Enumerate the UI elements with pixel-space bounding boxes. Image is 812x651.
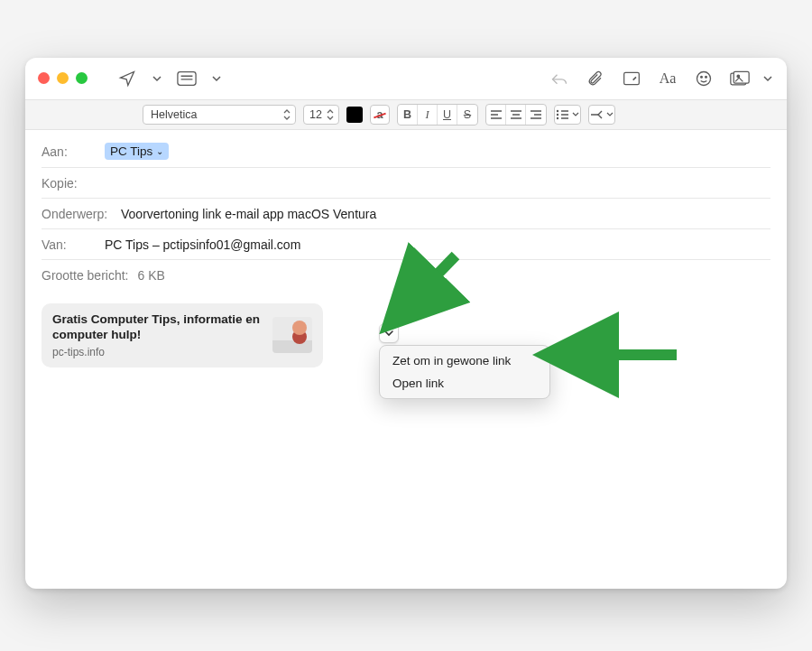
minimize-window-button[interactable] <box>57 72 69 84</box>
subject-value: Voorvertoning link e-mail app macOS Vent… <box>121 207 376 221</box>
chevron-down-icon <box>383 328 394 339</box>
from-label: Van: <box>42 237 96 252</box>
font-family-select[interactable]: Helvetica <box>143 105 296 125</box>
underline-button[interactable]: U <box>438 105 457 125</box>
subject-label: Onderwerp: <box>42 207 112 221</box>
list-button[interactable] <box>554 105 581 125</box>
zoom-window-button[interactable] <box>76 72 88 84</box>
close-window-button[interactable] <box>38 72 50 84</box>
select-chevron-icon <box>326 109 335 120</box>
select-chevron-icon <box>282 109 291 120</box>
svg-point-4 <box>697 71 711 85</box>
align-left-button[interactable] <box>486 105 506 125</box>
to-label: Aan: <box>42 144 96 159</box>
text-style-group: B I U S <box>397 104 478 126</box>
chevron-down-icon: ⌄ <box>156 146 163 156</box>
format-bar: Helvetica 12 a B I U S <box>25 99 787 130</box>
photo-browser-dropdown-icon[interactable] <box>761 66 774 91</box>
window-titlebar: Aa <box>25 58 787 99</box>
markup-icon[interactable] <box>617 66 646 91</box>
svg-point-14 <box>557 117 558 119</box>
link-preview-thumbnail <box>272 317 312 353</box>
photo-browser-icon[interactable] <box>725 66 754 91</box>
strike-button[interactable]: S <box>457 105 477 125</box>
header-fields-icon[interactable] <box>172 66 201 91</box>
italic-button[interactable]: I <box>418 105 438 125</box>
alignment-group <box>485 104 547 126</box>
context-menu-item-convert-link[interactable]: Zet om in gewone link <box>380 349 549 372</box>
context-menu-item-open-link[interactable]: Open link <box>380 372 549 395</box>
send-icon[interactable] <box>113 66 142 91</box>
header-fields: Aan: PC Tips ⌄ Kopie: Onderwerp: Voorver… <box>25 130 787 291</box>
format-text-icon[interactable]: Aa <box>653 66 682 91</box>
svg-point-10 <box>557 110 558 112</box>
message-body[interactable]: Gratis Computer Tips, informatie en comp… <box>25 291 787 589</box>
recipient-chip[interactable]: PC Tips ⌄ <box>105 143 169 160</box>
svg-point-12 <box>557 114 558 116</box>
font-size-select[interactable]: 12 <box>303 105 339 125</box>
header-fields-dropdown-icon[interactable] <box>208 66 225 91</box>
emoji-icon[interactable] <box>689 66 718 91</box>
size-row: Grootte bericht: 6 KB <box>42 260 770 291</box>
link-preview-domain: pc-tips.info <box>52 346 263 358</box>
reply-icon[interactable] <box>545 66 574 91</box>
send-dropdown-icon[interactable] <box>149 66 165 91</box>
message-size-value: 6 KB <box>138 268 165 283</box>
svg-rect-3 <box>624 72 640 84</box>
compose-window: Aa Helvetica 12 a B I <box>25 58 787 589</box>
recipient-name: PC Tips <box>110 144 152 158</box>
font-size-value: 12 <box>309 108 322 121</box>
link-preview-options-button[interactable] <box>379 323 399 343</box>
link-preview-context-menu: Zet om in gewone link Open link <box>379 345 550 399</box>
text-color-button[interactable] <box>346 107 363 123</box>
from-row[interactable]: Van: PC Tips – pctipsinfo01@gmail.com <box>42 229 770 260</box>
message-size-label: Grootte bericht: <box>42 268 129 283</box>
bold-button[interactable]: B <box>398 105 418 125</box>
link-preview-card[interactable]: Gratis Computer Tips, informatie en comp… <box>42 303 323 367</box>
attachment-icon[interactable] <box>581 66 610 91</box>
align-right-button[interactable] <box>526 105 546 125</box>
clear-style-button[interactable]: a <box>370 105 390 125</box>
svg-point-5 <box>701 76 703 78</box>
cc-label: Kopie: <box>42 176 96 191</box>
align-center-button[interactable] <box>506 105 526 125</box>
svg-rect-0 <box>178 71 196 85</box>
window-controls <box>38 72 88 84</box>
to-row[interactable]: Aan: PC Tips ⌄ <box>42 135 770 168</box>
from-value: PC Tips – pctipsinfo01@gmail.com <box>105 237 300 252</box>
cc-row[interactable]: Kopie: <box>42 168 770 199</box>
indent-button[interactable] <box>588 105 615 125</box>
svg-point-6 <box>706 76 707 78</box>
subject-row[interactable]: Onderwerp: Voorvertoning link e-mail app… <box>42 199 770 229</box>
link-preview-title: Gratis Computer Tips, informatie en comp… <box>52 312 263 343</box>
font-family-value: Helvetica <box>151 108 197 121</box>
